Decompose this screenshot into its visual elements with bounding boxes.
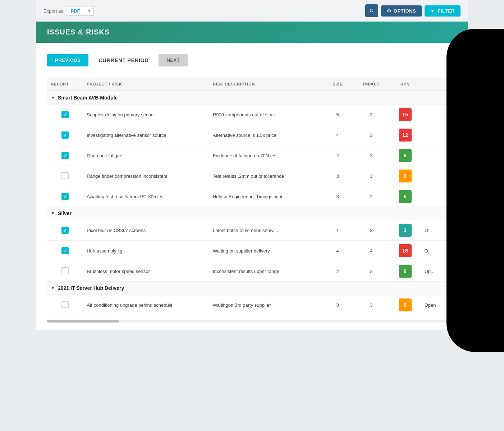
chevron-down-icon[interactable]: ▼ xyxy=(51,95,55,100)
risk-description-cell: Held in Engineering. Timings tight xyxy=(209,186,322,207)
rpn-cell: 9 xyxy=(389,295,421,315)
group-row: ▼ 2021 IT Server Hub Delivery xyxy=(47,282,457,295)
risk-description-cell: Alternative source is 1.5x price xyxy=(209,125,322,145)
chevron-down-icon[interactable]: ▼ xyxy=(51,211,55,216)
group-label: ▼ Silver xyxy=(51,210,453,216)
size-cell: 5 xyxy=(322,105,353,125)
current-period-label: CURRENT PERIOD xyxy=(88,54,159,67)
group-label: ▼ Smart Beam AVB Module xyxy=(51,95,453,101)
next-button[interactable]: NEXT xyxy=(159,54,188,66)
impact-cell: 3 xyxy=(353,125,389,145)
col-header-report: REPORT xyxy=(47,78,83,91)
export-select[interactable]: PDF CSV Excel xyxy=(67,6,93,16)
project-risk-cell: Awaiting test results from PC-305 test xyxy=(83,186,209,207)
size-cell: 3 xyxy=(322,166,353,186)
project-risk-cell: Supplier delay on primary sensor xyxy=(83,105,209,125)
size-cell: 3 xyxy=(322,186,353,207)
rpn-badge: 9 xyxy=(399,170,412,182)
group-label: ▼ 2021 IT Server Hub Delivery xyxy=(51,285,453,291)
checkbox[interactable] xyxy=(61,227,69,234)
checkbox-cell xyxy=(47,105,83,125)
checkbox-cell xyxy=(47,295,83,315)
refresh-button[interactable]: ↻ xyxy=(365,4,378,17)
risk-description-cell: R900 components out of stock xyxy=(209,105,322,125)
impact-cell: 3 xyxy=(353,145,389,166)
impact-cell: 3 xyxy=(353,220,389,241)
section-title: ISSUES & RISKS xyxy=(47,28,457,36)
rpn-cell: 3 xyxy=(389,220,421,241)
col-header-description: RISK DESCRIPTION xyxy=(209,78,322,91)
rpn-badge: 6 xyxy=(399,265,412,278)
impact-cell: 3 xyxy=(353,105,389,125)
rpn-cell: 16 xyxy=(389,241,421,261)
risk-table: REPORT PROJECT / RISK RISK DESCRIPTION S… xyxy=(47,78,457,315)
table-row: Air conditioning upgrade behind schedule… xyxy=(47,295,457,315)
rpn-cell: 15 xyxy=(389,105,421,125)
project-risk-cell: Hub assembly jig xyxy=(83,241,209,261)
checkbox-cell xyxy=(47,145,83,166)
table-row: Pixel blur on CB367 screens Latest batch… xyxy=(47,220,457,241)
risk-description-cell: Inconsistent results upper range xyxy=(209,261,322,282)
table-row: Gaga bolt fatigue Evidence of fatigue on… xyxy=(47,145,457,166)
table-row: Supplier delay on primary sensor R900 co… xyxy=(47,105,457,125)
size-cell: 2 xyxy=(322,145,353,166)
table-row: Range finder compression inconsistent Te… xyxy=(47,166,457,186)
filter-button[interactable]: ▼ FILTER xyxy=(425,5,461,17)
project-risk-cell: Gaga bolt fatigue xyxy=(83,145,209,166)
risk-description-cell: Test results .2mm out of tollerance xyxy=(209,166,322,186)
group-row: ▼ Smart Beam AVB Module xyxy=(47,91,457,105)
size-cell: 1 xyxy=(322,220,353,241)
checkbox[interactable] xyxy=(61,301,69,308)
options-label: OPTIONS xyxy=(394,8,416,14)
checkbox[interactable] xyxy=(61,193,69,200)
refresh-icon: ↻ xyxy=(369,8,374,14)
size-cell: 3 xyxy=(322,295,353,315)
col-header-rpn: RPN xyxy=(389,78,421,91)
rpn-badge: 12 xyxy=(399,129,412,142)
checkbox-cell xyxy=(47,241,83,261)
impact-cell: 2 xyxy=(353,186,389,207)
risk-description-cell: Waitingon 3rd party supplier xyxy=(209,295,322,315)
project-risk-cell: Investigating alternative sensor source xyxy=(83,125,209,145)
risk-description-cell: Evidence of fatigue on 70N test xyxy=(209,145,322,166)
rpn-badge: 9 xyxy=(399,298,412,311)
horizontal-scrollbar[interactable] xyxy=(47,320,457,323)
checkbox-cell xyxy=(47,125,83,145)
rpn-cell: 6 xyxy=(389,261,421,282)
checkbox-cell xyxy=(47,220,83,241)
checkbox[interactable] xyxy=(61,131,69,139)
checkbox[interactable] xyxy=(61,247,69,254)
previous-button[interactable]: PREVIOUS xyxy=(47,54,88,66)
rpn-badge: 3 xyxy=(399,224,412,237)
chevron-down-icon[interactable]: ▼ xyxy=(51,286,55,291)
project-risk-cell: Air conditioning upgrade behind schedule xyxy=(83,295,209,315)
checkbox[interactable] xyxy=(61,111,69,118)
checkbox[interactable] xyxy=(61,152,69,159)
checkbox-cell xyxy=(47,166,83,186)
options-button[interactable]: ⚙ OPTIONS xyxy=(381,5,422,17)
checkbox[interactable] xyxy=(61,172,69,179)
checkbox-cell xyxy=(47,186,83,207)
table-row: Investigating alternative sensor source … xyxy=(47,125,457,145)
section-header: ISSUES & RISKS xyxy=(36,22,468,43)
size-cell: 4 xyxy=(322,241,353,261)
col-header-impact: IMPACT xyxy=(353,78,389,91)
rpn-badge: 15 xyxy=(399,108,412,121)
gear-icon: ⚙ xyxy=(387,8,391,14)
screen-overlay xyxy=(446,29,504,330)
export-label: Export as: xyxy=(43,8,65,14)
rpn-cell: 9 xyxy=(389,166,421,186)
rpn-badge: 6 xyxy=(399,190,412,203)
impact-cell: 3 xyxy=(353,295,389,315)
table-row: Awaiting test results from PC-305 test H… xyxy=(47,186,457,207)
rpn-cell: 6 xyxy=(389,186,421,207)
checkbox[interactable] xyxy=(61,267,69,274)
period-nav: PREVIOUS CURRENT PERIOD NEXT xyxy=(47,54,457,67)
impact-cell: 3 xyxy=(353,261,389,282)
filter-icon: ▼ xyxy=(430,8,435,14)
project-risk-cell: Pixel blur on CB367 screens xyxy=(83,220,209,241)
table-row: Hub assembly jig Waiting on supplier del… xyxy=(47,241,457,261)
filter-label: FILTER xyxy=(437,8,455,14)
project-risk-cell: Brushless motor speed sensor xyxy=(83,261,209,282)
col-header-project: PROJECT / RISK xyxy=(83,78,209,91)
